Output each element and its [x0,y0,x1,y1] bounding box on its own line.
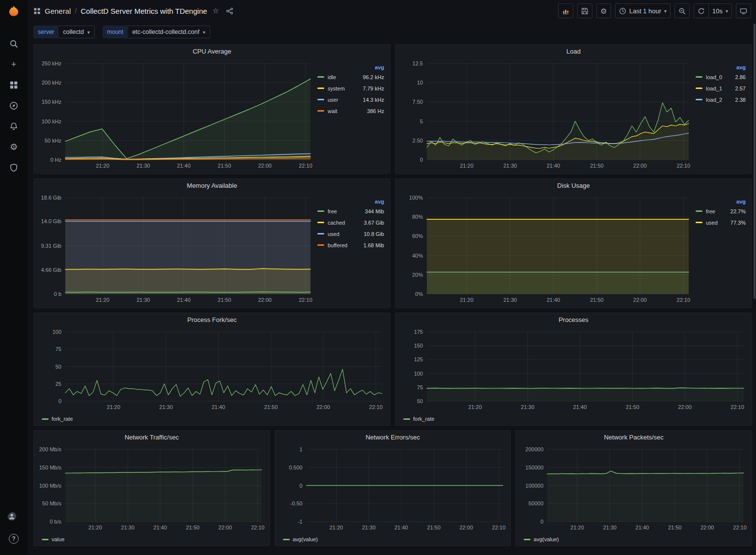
sidebar-item-alerting[interactable] [4,117,24,136]
explore-icon [9,101,18,110]
x-axis-label: 21:50 [218,163,231,169]
chart-disk-usage[interactable]: 0%20%40%60%80%100%21:2021:3021:4021:5022… [398,193,693,307]
legend-item-wait[interactable]: wait386 Hz [317,105,385,117]
legend-item-free[interactable]: free344 Mib [317,205,385,217]
x-axis-label: 21:30 [137,297,150,303]
legend-avg-header[interactable]: avg [696,199,747,204]
legend-item-used[interactable]: used77.3% [696,217,747,228]
legend-item-cached[interactable]: cached3.67 Gib [317,217,385,228]
panel-title[interactable]: CPU Average [34,45,390,58]
time-range-picker[interactable]: Last 1 hour ▾ [615,3,671,18]
legend-item-used[interactable]: used10.8 Gib [317,228,385,239]
star-icon: ☆ [213,6,219,15]
x-axis-label: 21:40 [394,525,408,530]
chart-load[interactable]: 02.5057.501012.521:2021:3021:4021:5022:0… [398,58,693,173]
panel-title[interactable]: Memory Available [34,179,390,192]
chart-network-traffic[interactable]: 0 b/s50 Mb/s100 Mb/s150 Mb/s200 Mb/s21:2… [37,444,266,534]
panel-title[interactable]: Network Packets/sec [516,431,752,443]
series-swatch [403,418,410,420]
dashboard-title[interactable]: CollectD Server Metrics with TDengine [81,7,207,15]
zoom-out-icon [678,7,686,15]
chart-network-packets[interactable]: 05000010000015000020000021:2021:3021:402… [519,444,748,534]
legend-item-user[interactable]: user14.3 kHz [317,94,385,105]
sidebar-item-search[interactable] [4,34,24,53]
plot-area[interactable]: 02.5057.501012.521:2021:3021:4021:5022:0… [427,63,689,160]
refresh-interval-dropdown[interactable]: 10s ▾ [709,3,732,18]
y-axis-label: 7.50 [413,99,423,105]
x-axis-label: 21:30 [603,525,617,530]
legend-item-buffered[interactable]: buffered1.68 Mib [317,239,385,251]
plot-area[interactable]: 507510012515017521:2021:3021:4021:5022:0… [427,332,744,401]
plot-area[interactable]: 05000010000015000020000021:2021:3021:402… [547,449,744,522]
y-axis-label: 80% [412,214,423,220]
panel-title[interactable]: Disk Usage [395,179,752,192]
sidebar-item-explore[interactable] [4,96,24,115]
series-avg-value: 344 Mib [365,208,385,214]
series-swatch [283,539,290,540]
legend-avg-header[interactable]: avg [696,64,747,70]
legend-avg-header[interactable]: avg [317,199,385,204]
series-avg-value: 2.86 [735,74,747,80]
y-axis-label: 0 [300,483,303,489]
legend-item-free[interactable]: free22.7% [696,205,747,217]
scrollbar[interactable] [754,24,756,299]
panel-title[interactable]: Processes [395,313,752,326]
dashboard-settings-button[interactable]: ⚙ [596,3,611,18]
save-dashboard-button[interactable] [577,3,592,18]
sidebar-item-help[interactable]: ? [4,529,24,548]
plot-area[interactable]: 0%20%40%60%80%100%21:2021:3021:4021:5022… [427,198,689,294]
x-axis-label: 21:20 [570,525,584,530]
y-axis-label: 75 [417,384,423,390]
sidebar-item-profile[interactable] [4,509,24,527]
plot-area[interactable]: 0 b/s50 Mb/s100 Mb/s150 Mb/s200 Mb/s21:2… [65,449,262,522]
panel-title[interactable]: Network Errors/sec [275,431,511,443]
legend-avg-header[interactable]: avg [317,64,385,70]
plot-area[interactable]: 0 Hz50 kHz100 kHz150 kHz200 kHz250 kHz21… [65,63,310,160]
plot-area[interactable]: -1-0.5000.500121:2021:3021:4021:5022:002… [307,449,503,522]
x-axis-label: 21:20 [88,525,102,530]
chart-process-fork[interactable]: 025507510021:2021:3021:4021:5022:0022:10 [37,327,386,414]
legend-item-avg(value)[interactable]: avg(value) [283,536,318,542]
plot-area[interactable]: 025507510021:2021:3021:4021:5022:0022:10 [65,332,382,401]
sidebar-item-server-admin[interactable] [4,158,24,177]
chart-cpu-average[interactable]: 0 Hz50 kHz100 kHz150 kHz200 kHz250 kHz21… [37,58,314,173]
legend-item-load_0[interactable]: load_02.86 [696,71,747,83]
y-axis-label: 0 b/s [50,519,61,525]
plot-area[interactable]: 0 b4.66 Gib9.31 Gib14.0 Gib18.6 Gib21:20… [65,198,310,294]
chart-memory-available[interactable]: 0 b4.66 Gib9.31 Gib14.0 Gib18.6 Gib21:20… [37,193,314,307]
breadcrumb-folder[interactable]: General [45,7,71,15]
legend-item-fork_rate[interactable]: fork_rate [403,416,434,422]
legend-item-avg(value)[interactable]: avg(value) [524,536,559,542]
share-dashboard-button[interactable] [224,6,235,16]
grafana-logo[interactable] [6,5,21,20]
sidebar-item-create[interactable]: + [4,55,24,74]
chart-processes[interactable]: 507510012515017521:2021:3021:4021:5022:0… [398,327,748,414]
panel-title[interactable]: Load [395,45,752,58]
legend-item-load_2[interactable]: load_22.38 [696,94,747,105]
variable-server-dropdown[interactable]: collectd ▾ [58,26,94,38]
refresh-button[interactable] [694,3,709,18]
add-panel-button[interactable] [558,3,573,18]
y-axis-label: 100 [53,329,61,335]
zoom-out-button[interactable] [674,3,690,18]
variable-label: mount [103,26,128,38]
sidebar-item-dashboards[interactable] [4,76,24,94]
legend-item-load_1[interactable]: load_12.57 [696,83,747,94]
cycle-view-mode-button[interactable] [736,3,751,18]
legend-item-system[interactable]: system7.79 kHz [317,83,385,94]
x-axis-label: 22:00 [316,404,330,410]
legend-item-value[interactable]: value [42,536,64,542]
series-name: used [328,231,360,237]
x-axis-label: 21:40 [177,297,191,303]
variable-mount-dropdown[interactable]: etc-collectd-collectd.conf ▾ [128,26,210,38]
series-name: value [52,536,64,542]
panel-title[interactable]: Network Traffic/sec [34,431,270,443]
star-dashboard-button[interactable]: ☆ [211,5,221,17]
chart-network-errors[interactable]: -1-0.5000.500121:2021:3021:4021:5022:002… [278,444,507,534]
tv-icon [740,7,747,15]
sidebar-item-configuration[interactable]: ⚙ [4,138,24,156]
time-range-label: Last 1 hour [629,7,661,15]
legend-item-idle[interactable]: idle96.2 kHz [317,71,385,83]
legend-item-fork_rate[interactable]: fork_rate [42,416,73,422]
panel-title[interactable]: Process Fork/sec [34,313,390,326]
